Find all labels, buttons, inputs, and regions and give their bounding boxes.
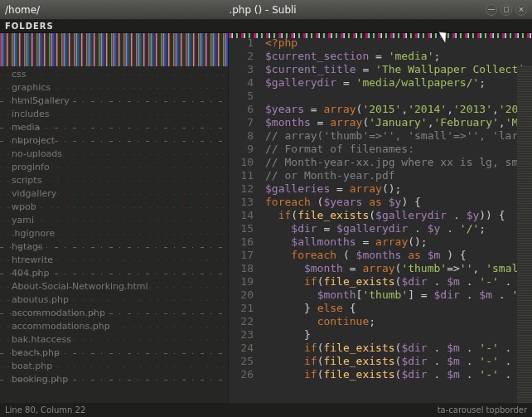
code-line[interactable]: foreach ( $months as $m ) {: [265, 249, 532, 262]
sidebar-item[interactable]: .hgignore: [0, 227, 228, 240]
sidebar-item[interactable]: bak.htaccess: [0, 333, 228, 347]
sidebar-item[interactable]: htrewrite: [0, 254, 228, 267]
window-titlebar: /home/ .php () - Subli — ◻ ×: [0, 0, 532, 20]
code-line[interactable]: $current_title = 'The Wallpaper Collecti: [265, 63, 532, 76]
code-line[interactable]: if(file_exists($dir . $m . '-' . $: [265, 275, 532, 289]
folders-header: FOLDERS: [0, 20, 532, 33]
sidebar-item[interactable]: accommodation.php: [0, 307, 228, 320]
sidebar-item[interactable]: css: [0, 68, 228, 81]
code-line[interactable]: <?php: [265, 36, 532, 50]
corruption-artifact: [0, 33, 228, 66]
minimap[interactable]: [517, 66, 532, 403]
sidebar-item[interactable]: beach.php: [0, 347, 228, 360]
sidebar-item[interactable]: media: [0, 121, 228, 134]
title-path-left: /home/: [5, 4, 40, 16]
sidebar-item[interactable]: graphics: [0, 81, 228, 95]
code-line[interactable]: if(file_exists($gallerydir . $y)) {: [265, 209, 532, 222]
code-line[interactable]: // Month-year-xx.jpg where xx is lg, sm: [265, 156, 532, 169]
code-line[interactable]: $gallerydir = 'media/wallpapers/';: [265, 76, 532, 90]
code-line[interactable]: $allmonths = array();: [265, 235, 532, 249]
sidebar-item[interactable]: no-uploads: [0, 148, 228, 161]
line-number-gutter: 1234567891011121314151617181920212223242…: [229, 33, 260, 417]
sidebar-item[interactable]: 404.php: [0, 267, 228, 280]
sidebar-item[interactable]: accommodations.php: [0, 320, 228, 333]
sidebar-item[interactable]: hgtags: [0, 240, 228, 254]
title-filename: .php () - Subli: [40, 4, 486, 16]
status-right: ta-carousel topborder: [438, 405, 527, 415]
code-line[interactable]: $current_section = 'media';: [265, 50, 532, 63]
sidebar[interactable]: cssgraphicshtml5galleryincludesmedianbpr…: [0, 33, 229, 417]
sidebar-item[interactable]: aboutus.php: [0, 293, 228, 307]
window-minimize-button[interactable]: —: [486, 4, 497, 16]
sidebar-item[interactable]: html5gallery: [0, 95, 228, 108]
window-close-button[interactable]: ×: [515, 4, 527, 16]
code-line[interactable]: // or Month-year.pdf: [265, 169, 532, 182]
sidebar-item[interactable]: About-Social-Networking.html: [0, 280, 228, 293]
status-bar: Line 80, Column 22 ta-carousel topborder: [0, 403, 532, 417]
sidebar-item[interactable]: wpob: [0, 201, 228, 214]
sidebar-item[interactable]: nbproject: [0, 134, 228, 148]
sidebar-item[interactable]: boat.php: [0, 360, 228, 373]
code-editor[interactable]: 1234567891011121314151617181920212223242…: [229, 33, 532, 417]
sidebar-item[interactable]: includes: [0, 108, 228, 121]
code-line[interactable]: foreach ($years as $y) {: [265, 196, 532, 209]
code-line[interactable]: $galleries = array();: [265, 182, 532, 196]
window-maximize-button[interactable]: ◻: [501, 4, 512, 16]
sidebar-item[interactable]: yami: [0, 214, 228, 227]
code-line[interactable]: if(file_exists($dir . $m . '-' . $: [265, 368, 532, 381]
code-line[interactable]: continue;: [265, 315, 532, 328]
code-line[interactable]: $months = array('January','February','Ma: [265, 116, 532, 129]
sidebar-item[interactable]: vidgallery: [0, 187, 228, 201]
code-line[interactable]: if(file_exists($dir . $m . '-' . $: [265, 355, 532, 368]
status-position: Line 80, Column 22: [5, 405, 85, 415]
sidebar-item[interactable]: scripts: [0, 174, 228, 187]
sidebar-item[interactable]: booking.php: [0, 373, 228, 386]
code-line[interactable]: }: [265, 328, 532, 342]
code-line[interactable]: $years = array('2015','2014','2013','201: [265, 103, 532, 116]
code-line[interactable]: $month = array('thumb'=>'', 'small: [265, 262, 532, 275]
code-line[interactable]: [265, 90, 532, 103]
sidebar-item[interactable]: proginfo: [0, 161, 228, 174]
code-line[interactable]: $dir = $gallerydir . $y . '/';: [265, 222, 532, 235]
code-line[interactable]: $month['thumb'] = $dir . $m . ': [265, 289, 532, 302]
code-line[interactable]: // Format of filenames:: [265, 143, 532, 156]
code-line[interactable]: // array('thumb'=>'', 'small'=>'', 'larg: [265, 129, 532, 143]
code-area[interactable]: <?php$current_section = 'media';$current…: [260, 33, 532, 417]
code-line[interactable]: if(file_exists($dir . $m . '-' . $: [265, 342, 532, 355]
code-line[interactable]: } else {: [265, 302, 532, 315]
corruption-artifact: [229, 33, 532, 38]
